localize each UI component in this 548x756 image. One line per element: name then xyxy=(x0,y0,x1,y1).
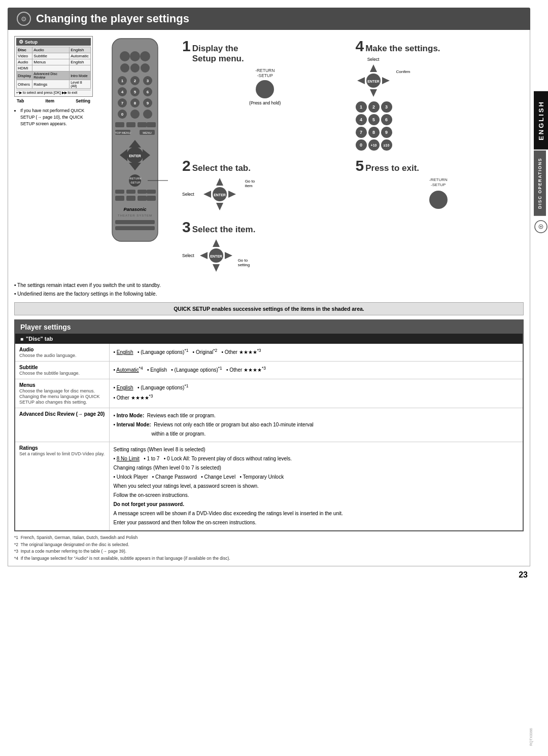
quick-setup-note: If you have not performed QUICK SETUP (→… xyxy=(20,107,93,127)
svg-point-6 xyxy=(140,51,150,61)
svg-point-9 xyxy=(141,63,150,73)
audio-description: Choose the audio language. xyxy=(19,353,77,358)
svg-marker-69 xyxy=(216,203,223,210)
svg-rect-49 xyxy=(115,190,124,194)
svg-point-5 xyxy=(130,51,140,61)
step-4: 4 Make the settings. Select xyxy=(353,36,524,153)
svg-text:7: 7 xyxy=(121,101,124,105)
subtitle-label: Subtitle xyxy=(19,365,38,370)
svg-text:ENTER: ENTER xyxy=(210,255,222,258)
subtitle-content: • Automatic*4 • English • (Language opti… xyxy=(109,362,523,379)
step-2: 2 Select the tab. Select xyxy=(180,156,351,214)
svg-text:2: 2 xyxy=(134,79,136,83)
svg-point-4 xyxy=(120,51,130,61)
svg-text:Panasonic: Panasonic xyxy=(123,207,146,212)
setting-label: Setting xyxy=(76,98,90,103)
adr-label: Advanced Disc Review (→ page 20) xyxy=(19,411,105,417)
svg-marker-62 xyxy=(370,64,377,72)
item-label: Item xyxy=(46,98,54,103)
svg-text:5: 5 xyxy=(134,90,136,94)
step-3-number: 3 xyxy=(182,220,191,235)
svg-rect-50 xyxy=(126,190,135,194)
svg-marker-64 xyxy=(357,77,365,84)
svg-rect-53 xyxy=(115,196,124,201)
step-2-number: 2 xyxy=(182,158,191,173)
select-label-2: Select xyxy=(182,192,194,197)
quick-setup-box: QUICK SETUP enables successive settings … xyxy=(14,302,524,315)
english-side-tab: ENGLISH xyxy=(534,91,548,150)
ratings-label: Ratings xyxy=(19,445,38,451)
tab-label: Tab xyxy=(17,98,24,103)
numpad: 1 2 3 4 5 6 7 8 9 0 +10 ≥10 xyxy=(356,101,522,151)
svg-rect-54 xyxy=(126,196,135,201)
svg-point-29 xyxy=(130,110,140,119)
svg-marker-65 xyxy=(382,77,390,84)
step-5: 5 Press to exit. -RETURN-SETUP xyxy=(353,156,524,214)
page-title: Changing the player settings xyxy=(36,12,189,25)
svg-text:0: 0 xyxy=(121,112,124,117)
disc-tab-header: ■ "Disc" tab xyxy=(15,334,523,344)
svg-text:ENTER: ENTER xyxy=(367,80,380,83)
goto-setting-label: Go tosetting xyxy=(238,258,250,267)
rqtx-code: RQTX0066 xyxy=(529,728,533,746)
step-1-number: 1 xyxy=(182,39,191,54)
svg-text:3: 3 xyxy=(147,79,149,83)
svg-marker-75 xyxy=(213,264,220,272)
select-label-4: Select xyxy=(367,57,380,62)
svg-text:TOP MENU: TOP MENU xyxy=(115,131,130,134)
svg-point-46 xyxy=(129,174,141,187)
table-row: Menus Choose the language for disc menus… xyxy=(15,379,523,408)
svg-rect-52 xyxy=(147,190,156,194)
audio-label: Audio xyxy=(19,347,33,352)
select-label-3: Select xyxy=(182,253,194,258)
page-number: 23 xyxy=(8,570,528,580)
step-5-title: Press to exit. xyxy=(365,163,419,173)
svg-text:9: 9 xyxy=(147,101,149,105)
adr-content: • Intro Mode: Reviews each title or prog… xyxy=(109,408,523,442)
page-header: ⚙ Changing the player settings xyxy=(8,8,530,30)
table-row: Audio Choose the audio language. • Engli… xyxy=(15,344,523,362)
svg-marker-74 xyxy=(213,239,220,247)
step-4-title: Make the settings. xyxy=(365,44,440,54)
menus-content: • English • (Language options)*1 • Other… xyxy=(109,379,523,408)
step-3: 3 Select the item. Select xyxy=(180,217,351,276)
step-3-title: Select the item. xyxy=(192,225,256,235)
svg-text:THEATER SYSTEM: THEATER SYSTEM xyxy=(118,214,152,217)
footnotes: *1 French, Spanish, German, Italian, Dut… xyxy=(14,534,524,562)
ratings-content: Setting ratings (When level 8 is selecte… xyxy=(109,442,523,531)
step-4-number: 4 xyxy=(356,39,364,54)
svg-marker-71 xyxy=(228,191,236,198)
svg-text:6: 6 xyxy=(147,90,149,94)
player-settings-table: Player settings ■ "Disc" tab Audio Choos… xyxy=(14,319,524,531)
svg-text:8: 8 xyxy=(134,101,136,105)
svg-rect-32 xyxy=(115,122,124,127)
svg-text:4: 4 xyxy=(121,90,124,94)
svg-point-8 xyxy=(130,63,140,73)
table-row: Ratings Set a ratings level to limit DVD… xyxy=(15,442,523,531)
svg-marker-68 xyxy=(216,178,223,186)
menus-description: Choose the language for disc menus.Chang… xyxy=(19,388,100,405)
svg-text:-RETURN: -RETURN xyxy=(129,177,142,180)
svg-rect-34 xyxy=(138,122,147,127)
svg-text:ENTER: ENTER xyxy=(129,154,141,158)
gear-icon: ⚙ xyxy=(17,12,31,26)
confirm-label: Confirm xyxy=(396,69,410,74)
svg-text:ENTER: ENTER xyxy=(214,193,226,197)
step-1-title: Display the xyxy=(192,44,244,54)
press-hold-note: (Press and hold) xyxy=(249,100,281,105)
ratings-description: Set a ratings level to limit DVD-Video p… xyxy=(19,451,105,456)
setup-screenshot-area: ⚙ Setup Disc Audio English Video Subtitl… xyxy=(14,36,93,276)
bullet-notes: • The settings remain intact even if you… xyxy=(14,281,524,298)
player-settings-header: Player settings xyxy=(15,320,523,334)
main-content-area: ⚙ Setup Disc Audio English Video Subtitl… xyxy=(8,30,530,566)
disc-operations-tab: DISC OPERATIONS xyxy=(534,151,546,216)
svg-rect-59 xyxy=(115,220,155,224)
table-row: Subtitle Choose the subtitle language. •… xyxy=(15,362,523,379)
svg-marker-76 xyxy=(200,252,208,259)
step-1-subtitle: Setup menu. xyxy=(192,54,244,64)
svg-marker-70 xyxy=(203,191,211,198)
setup-title: Setup xyxy=(25,40,38,45)
remote-control-diagram: 1 2 3 4 5 6 7 8 9 xyxy=(97,36,176,276)
menus-label: Menus xyxy=(19,382,36,388)
svg-rect-60 xyxy=(115,226,155,230)
